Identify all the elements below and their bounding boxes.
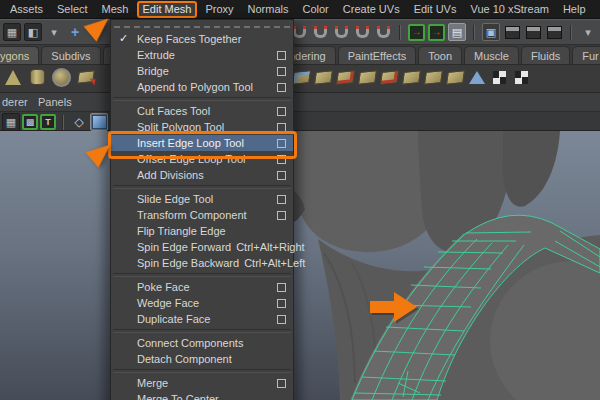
menubar-item-select[interactable]: Select bbox=[57, 3, 88, 15]
bevel-face-icon[interactable] bbox=[402, 68, 420, 86]
menu-item-merge-to-center[interactable]: Merge To Center bbox=[111, 391, 293, 400]
menu-item-shortcut: Ctrl+Alt+Right bbox=[236, 241, 304, 253]
panel-menu-renderer[interactable]: derer bbox=[2, 96, 28, 108]
menu-item-detach-component[interactable]: Detach Component bbox=[111, 351, 293, 367]
option-box-icon[interactable] bbox=[277, 211, 286, 220]
panel-menu-panels[interactable]: Panels bbox=[38, 96, 72, 108]
menu-item-poke-face[interactable]: Poke Face bbox=[111, 279, 293, 295]
menu-item-insert-edge-loop-tool[interactable]: Insert Edge Loop Tool bbox=[111, 135, 293, 151]
menu-item-connect-components[interactable]: Connect Components bbox=[111, 335, 293, 351]
poly-sphere-icon[interactable] bbox=[52, 68, 71, 86]
input-connection-icon[interactable]: → bbox=[408, 24, 425, 41]
make-live-magnet-icon[interactable] bbox=[374, 23, 392, 41]
menubar-item-vue-10-xstream[interactable]: Vue 10 xStream bbox=[470, 3, 548, 15]
menu-item-label: Keep Faces Together bbox=[137, 33, 241, 45]
menu-item-add-divisions[interactable]: Add Divisions bbox=[111, 167, 293, 183]
menubar-item-edit-mesh[interactable]: Edit Mesh bbox=[137, 1, 198, 18]
snap-plane-magnet-icon[interactable] bbox=[353, 23, 371, 41]
split-faces-icon[interactable] bbox=[358, 68, 376, 86]
tab-muscle[interactable]: Muscle bbox=[464, 46, 519, 64]
wireframe-display-icon[interactable]: ◇ bbox=[70, 113, 88, 131]
shelf-icons-left bbox=[4, 68, 95, 86]
option-box-icon[interactable] bbox=[277, 171, 286, 180]
selection-mask-icon[interactable]: ▦ bbox=[3, 23, 21, 41]
ipr-render-icon[interactable] bbox=[524, 23, 542, 41]
hud-text-icon[interactable]: T bbox=[40, 114, 56, 130]
menu-item-label: Add Divisions bbox=[137, 169, 204, 181]
poly-cone-icon[interactable] bbox=[4, 68, 22, 86]
menubar-item-help[interactable]: Help bbox=[563, 3, 586, 15]
menu-item-split-polygon-tool[interactable]: Split Polygon Tool bbox=[111, 119, 293, 135]
extrude-face-icon[interactable] bbox=[424, 68, 442, 86]
film-gate-icon[interactable]: ▩ bbox=[22, 114, 38, 130]
menubar-item-normals[interactable]: Normals bbox=[248, 3, 289, 15]
poly-cylinder-icon[interactable] bbox=[28, 68, 46, 86]
option-box-icon[interactable] bbox=[277, 107, 286, 116]
transfer-attributes-icon[interactable] bbox=[490, 68, 508, 86]
render-view-icon[interactable]: ▣ bbox=[482, 23, 500, 41]
menu-item-offset-edge-loop-tool[interactable]: Offset Edge Loop Tool bbox=[111, 151, 293, 167]
view-cube-icon[interactable]: ▦ bbox=[2, 113, 20, 131]
render-current-frame-icon[interactable] bbox=[503, 23, 521, 41]
snap-curve-magnet-icon[interactable] bbox=[311, 23, 329, 41]
option-box-icon[interactable] bbox=[277, 123, 286, 132]
option-box-icon[interactable] bbox=[277, 283, 286, 292]
extract-face-icon[interactable] bbox=[336, 68, 354, 86]
option-box-icon[interactable] bbox=[277, 83, 286, 92]
option-box-icon[interactable] bbox=[277, 67, 286, 76]
menubar-item-create-uvs[interactable]: Create UVs bbox=[343, 3, 400, 15]
option-box-icon[interactable] bbox=[277, 195, 286, 204]
tab-fluids[interactable]: Fluids bbox=[521, 46, 570, 64]
tab-painteffects[interactable]: PaintEffects bbox=[338, 46, 417, 64]
option-box-icon[interactable] bbox=[277, 51, 286, 60]
tab-polygons[interactable]: ygons bbox=[0, 46, 39, 64]
panel-toolbar: ▦▩T◇ bbox=[0, 112, 600, 131]
menu-item-bridge[interactable]: Bridge bbox=[111, 63, 293, 79]
menu-item-slide-edge-tool[interactable]: Slide Edge Tool bbox=[111, 191, 293, 207]
tab-fur[interactable]: Fur bbox=[572, 46, 600, 64]
snap-point-magnet-icon[interactable] bbox=[332, 23, 350, 41]
tab-toon[interactable]: Toon bbox=[418, 46, 462, 64]
construction-history-icon[interactable]: ▤ bbox=[448, 23, 466, 41]
menu-item-list: ✓Keep Faces TogetherExtrudeBridgeAppend … bbox=[111, 31, 293, 400]
option-box-icon[interactable] bbox=[277, 299, 286, 308]
output-connection-icon[interactable]: → bbox=[428, 24, 445, 41]
menubar-item-edit-uvs[interactable]: Edit UVs bbox=[414, 3, 457, 15]
menu-item-duplicate-face[interactable]: Duplicate Face bbox=[111, 311, 293, 327]
menu-item-spin-edge-forward[interactable]: Spin Edge ForwardCtrl+Alt+Right bbox=[111, 239, 293, 255]
option-box-icon[interactable] bbox=[277, 315, 286, 324]
poly-cube-icon[interactable] bbox=[292, 68, 310, 86]
menu-item-merge[interactable]: Merge bbox=[111, 375, 293, 391]
menu-item-keep-faces-together[interactable]: ✓Keep Faces Together bbox=[111, 31, 293, 47]
shaded-display-icon[interactable] bbox=[90, 113, 108, 131]
menu-item-label: Spin Edge Forward bbox=[137, 241, 231, 253]
option-box-icon[interactable] bbox=[277, 379, 286, 388]
combine-icon[interactable] bbox=[77, 68, 95, 86]
menu-item-label: Cut Faces Tool bbox=[137, 105, 210, 117]
tearoff-handle[interactable] bbox=[114, 21, 290, 28]
menu-item-label: Wedge Face bbox=[137, 297, 199, 309]
menu-separator bbox=[113, 273, 291, 277]
bridge-faces-icon[interactable] bbox=[446, 68, 464, 86]
merge-faces-icon[interactable] bbox=[380, 68, 398, 86]
menubar-item-proxy[interactable]: Proxy bbox=[205, 3, 233, 15]
menu-item-extrude[interactable]: Extrude bbox=[111, 47, 293, 63]
toolbar-separator bbox=[473, 25, 475, 40]
menu-item-append-to-polygon-tool[interactable]: Append to Polygon Tool bbox=[111, 79, 293, 95]
render-diagnostics-icon[interactable] bbox=[545, 23, 563, 41]
menu-item-wedge-face[interactable]: Wedge Face bbox=[111, 295, 293, 311]
mirror-geometry-icon[interactable] bbox=[314, 68, 332, 86]
chevron-down-icon[interactable]: ▾ bbox=[579, 23, 597, 41]
poke-plane-icon[interactable] bbox=[468, 68, 486, 86]
menu-item-flip-triangle-edge[interactable]: Flip Triangle Edge bbox=[111, 223, 293, 239]
menubar-item-assets[interactable]: Assets bbox=[10, 3, 43, 15]
option-box-icon[interactable] bbox=[277, 155, 286, 164]
menu-item-cut-faces-tool[interactable]: Cut Faces Tool bbox=[111, 103, 293, 119]
copy-uv-icon[interactable] bbox=[512, 68, 530, 86]
hierarchy-mode-icon[interactable]: ◧ bbox=[24, 23, 42, 41]
menu-item-transform-component[interactable]: Transform Component bbox=[111, 207, 293, 223]
menubar-item-color[interactable]: Color bbox=[303, 3, 329, 15]
option-box-icon[interactable] bbox=[277, 139, 286, 148]
panel-menubar: derer Panels bbox=[0, 93, 600, 112]
menu-item-spin-edge-backward[interactable]: Spin Edge BackwardCtrl+Alt+Left bbox=[111, 255, 293, 271]
